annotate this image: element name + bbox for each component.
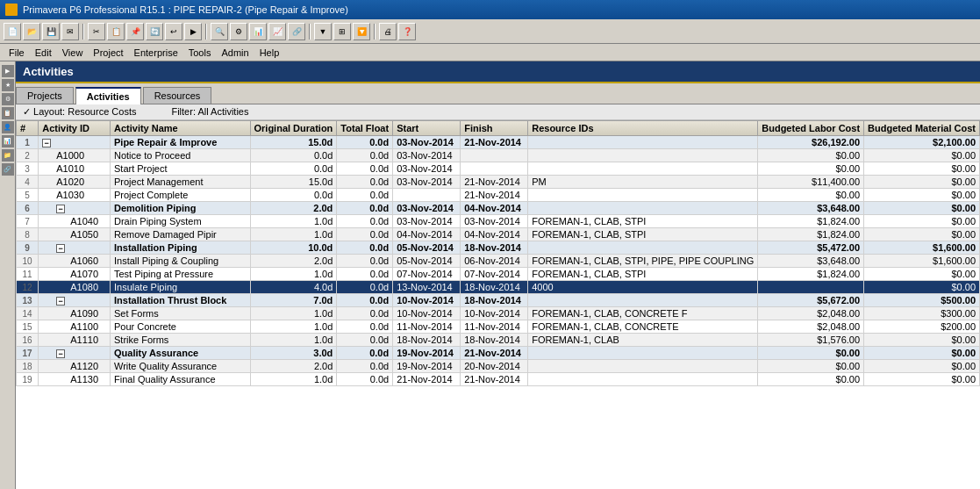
menu-tools[interactable]: Tools [183,47,217,59]
expand-icon[interactable]: − [56,244,65,253]
table-row[interactable]: 8A1050Remove Damaged Pipir1.0d0.0d04-Nov… [17,228,980,241]
table-row[interactable]: 17−Quality Assurance3.0d0.0d19-Nov-20142… [17,347,980,360]
menu-admin[interactable]: Admin [216,47,254,59]
table-row[interactable]: 13−Installation Thrust Block7.0d0.0d10-N… [17,294,980,307]
menu-enterprise[interactable]: Enterprise [129,47,183,59]
toolbar-btn-13[interactable]: 📈 [268,23,286,40]
row-num: 5 [17,189,39,202]
budgeted-material-cell: $1,600.00 [864,255,980,268]
col-header-orig-dur[interactable]: Original Duration [250,121,337,136]
resource-ids-cell: FOREMAN-1, CLAB, CONCRETE F [528,307,758,320]
sidebar-icon-1[interactable]: ▶ [2,65,14,77]
expand-icon[interactable]: − [56,349,65,358]
table-row[interactable]: 6−Demolition Piping2.0d0.0d03-Nov-201404… [17,202,980,215]
table-row[interactable]: 2A1000Notice to Proceed0.0d0.0d03-Nov-20… [17,149,980,162]
sidebar-icon-5[interactable]: 👤 [2,121,14,133]
table-row[interactable]: 10A1060Install Piping & Coupling2.0d0.0d… [17,255,980,268]
toolbar-btn-12[interactable]: 📊 [249,23,267,40]
orig-dur-cell: 2.0d [250,255,337,268]
sidebar-icon-6[interactable]: 📊 [2,135,14,147]
activity-name-cell: Notice to Proceed [110,149,250,162]
tab-projects[interactable]: Projects [16,87,74,104]
table-row[interactable]: 9−Installation Piping10.0d0.0d05-Nov-201… [17,241,980,255]
menu-project[interactable]: Project [88,47,128,59]
col-header-activity-name[interactable]: Activity Name [110,121,250,136]
toolbar-btn-14[interactable]: 🔗 [288,23,305,40]
orig-dur-cell: 1.0d [250,307,337,320]
expand-icon[interactable]: − [42,139,51,147]
sidebar-icon-4[interactable]: 📋 [2,107,14,119]
budgeted-material-cell: $0.00 [864,228,980,241]
menu-help[interactable]: Help [254,47,285,59]
toolbar-btn-17[interactable]: 🔽 [353,23,370,40]
sidebar-icon-3[interactable]: ⚙ [2,93,14,105]
sidebar-icon-7[interactable]: 📁 [2,149,14,162]
table-wrapper[interactable]: # Activity ID Activity Name Original Dur… [16,120,980,489]
resource-ids-cell: PM [528,176,758,189]
sidebar-icon-8[interactable]: 🔗 [2,163,14,176]
toolbar-btn-new[interactable]: 📄 [4,23,21,40]
toolbar-btn-16[interactable]: ⊞ [333,23,351,40]
table-row[interactable]: 19A1130Final Quality Assurance1.0d0.0d21… [17,373,980,386]
col-header-budgeted-material[interactable]: Budgeted Material Cost [864,121,980,136]
col-header-budgeted-labor[interactable]: Budgeted Labor Cost [758,121,864,136]
table-row[interactable]: 1−Pipe Repair & Improve15.0d0.0d03-Nov-2… [17,136,980,149]
tab-resources[interactable]: Resources [143,87,212,104]
finish-cell: 18-Nov-2014 [461,281,528,294]
expand-icon[interactable]: − [56,297,65,306]
toolbar-btn-4[interactable]: ✉ [61,23,79,40]
toolbar-btn-7[interactable]: 🔄 [146,23,163,40]
menu-edit[interactable]: Edit [30,47,57,59]
toolbar-btn-19[interactable]: ❓ [398,23,416,40]
col-header-total-float[interactable]: Total Float [337,121,393,136]
activity-name-cell: Set Forms [110,307,250,320]
col-header-finish[interactable]: Finish [461,121,528,136]
col-header-activity-id[interactable]: Activity ID [39,121,111,136]
table-row[interactable]: 4A1020Project Management15.0d0.0d03-Nov-… [17,176,980,189]
menu-bar: File Edit View Project Enterprise Tools … [0,44,980,61]
start-cell: 19-Nov-2014 [393,360,461,373]
table-row[interactable]: 11A1070Test Piping at Pressure1.0d0.0d07… [17,268,980,281]
table-row[interactable]: 5A1030Project Complete0.0d0.0d21-Nov-201… [17,189,980,202]
orig-dur-cell: 0.0d [250,189,337,202]
layout-label: ✓ Layout: Resource Costs [23,106,136,118]
orig-dur-cell: 1.0d [250,268,337,281]
table-row[interactable]: 14A1090Set Forms1.0d0.0d10-Nov-201410-No… [17,307,980,320]
col-header-resource-ids[interactable]: Resource IDs [528,121,758,136]
total-float-cell: 0.0d [337,347,393,360]
toolbar-btn-open[interactable]: 📂 [23,23,40,40]
resource-ids-cell: FOREMAN-1, CLAB [528,334,758,347]
table-row[interactable]: 3A1010Start Project0.0d0.0d03-Nov-2014$0… [17,162,980,176]
toolbar-btn-11[interactable]: ⚙ [230,23,247,40]
col-header-start[interactable]: Start [393,121,461,136]
menu-view[interactable]: View [57,47,89,59]
table-row[interactable]: 7A1040Drain Piping System1.0d0.0d03-Nov-… [17,215,980,228]
table-row[interactable]: 12A1080Insulate Piping4.0d0.0d13-Nov-201… [17,281,980,294]
activity-name-cell: Project Complete [110,189,250,202]
tab-activities[interactable]: Activities [75,87,141,104]
budgeted-material-cell: $0.00 [864,162,980,176]
toolbar-btn-paste[interactable]: 📌 [126,23,144,40]
finish-cell: 18-Nov-2014 [461,294,528,307]
budgeted-material-cell: $0.00 [864,281,980,294]
budgeted-material-cell: $0.00 [864,149,980,162]
table-row[interactable]: 18A1120Write Quality Assurance2.0d0.0d19… [17,360,980,373]
toolbar-btn-copy[interactable]: 📋 [107,23,125,40]
budgeted-material-cell: $1,600.00 [864,241,980,255]
toolbar-btn-save[interactable]: 💾 [42,23,60,40]
expand-icon[interactable]: − [56,205,65,213]
toolbar-btn-9[interactable]: ▶ [184,23,202,40]
row-num: 12 [17,281,39,294]
toolbar-btn-15[interactable]: ▼ [314,23,332,40]
sidebar-icon-2[interactable]: ★ [2,79,14,91]
budgeted-material-cell: $0.00 [864,202,980,215]
table-row[interactable]: 15A1100Pour Concrete1.0d0.0d11-Nov-20141… [17,320,980,334]
activity-name-cell: Project Management [110,176,250,189]
menu-file[interactable]: File [4,47,30,59]
row-num: 2 [17,149,39,162]
table-row[interactable]: 16A1110Strike Forms1.0d0.0d18-Nov-201418… [17,334,980,347]
toolbar-btn-cut[interactable]: ✂ [88,23,105,40]
toolbar-btn-18[interactable]: 🖨 [379,23,397,40]
toolbar-btn-8[interactable]: ↩ [165,23,182,40]
toolbar-btn-10[interactable]: 🔍 [211,23,228,40]
